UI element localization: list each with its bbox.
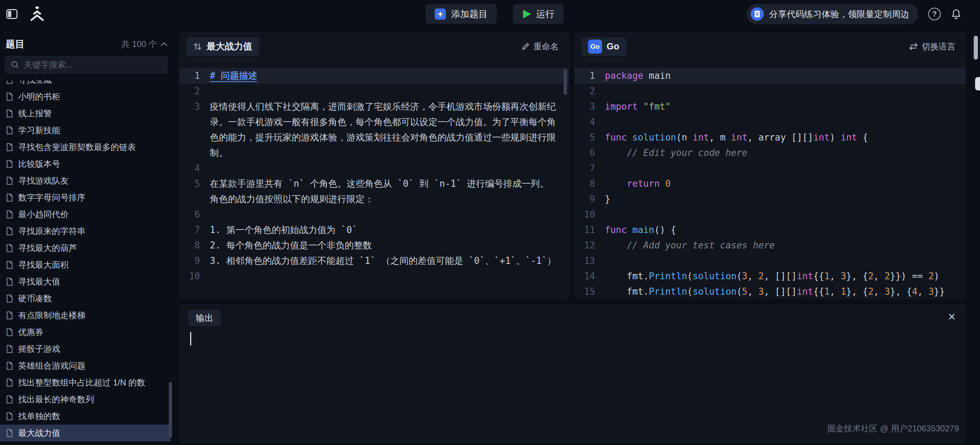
- sidebar-title: 题目: [6, 38, 24, 51]
- line-number: 8: [180, 238, 210, 253]
- list-item[interactable]: 寻找游戏队友: [0, 172, 170, 189]
- list-item[interactable]: 英雄组合游戏问题: [0, 357, 170, 374]
- document-icon: [6, 159, 13, 169]
- problem-line-text: 疫情使得人们线下社交隔离，进而刺激了宅娱乐经济，令手机游戏市场份额再次创新纪录。…: [210, 99, 568, 161]
- problem-line[interactable]: 71. 第一个角色的初始战力值为 `0`: [180, 222, 568, 238]
- text-caret: [190, 332, 191, 346]
- code-line[interactable]: 9}: [575, 191, 965, 207]
- search-box[interactable]: [5, 56, 167, 73]
- list-item[interactable]: 寻找最大面积: [0, 257, 170, 273]
- list-item-label: 学习新技能: [18, 125, 60, 136]
- rename-button[interactable]: 重命名: [521, 41, 558, 52]
- output-tab[interactable]: 输出: [188, 310, 221, 326]
- problem-title-chip: 最大战力值: [186, 37, 259, 56]
- list-item[interactable]: 有点限制地走楼梯: [0, 307, 170, 324]
- code-line[interactable]: 15 fmt.Println(solution(5, 3, [][]int{{1…: [575, 284, 965, 298]
- add-problem-button[interactable]: + 添加题目: [426, 4, 496, 24]
- list-item[interactable]: 数字字母问号排序: [0, 189, 170, 206]
- topbar-right: 分享代码练习体验，领限量定制周边 ?: [746, 0, 962, 28]
- list-item[interactable]: 学习新技能: [0, 122, 170, 139]
- list-item[interactable]: 找出整型数组中占比超过 1/N 的数: [0, 374, 170, 391]
- code-line[interactable]: 8 return 0: [575, 176, 965, 191]
- document-icon: [6, 345, 13, 354]
- code-line[interactable]: 10: [575, 207, 965, 222]
- code-panel: Go Go 切换语言 1package main23import "fmt"45…: [574, 33, 966, 299]
- sidebar-toggle-icon[interactable]: [6, 9, 18, 19]
- list-item[interactable]: 寻找最大值: [0, 273, 170, 290]
- run-button[interactable]: 运行: [513, 4, 563, 24]
- document-icon: [6, 210, 13, 219]
- code-line[interactable]: 4: [575, 114, 965, 130]
- list-item[interactable]: 小明的书柜: [0, 88, 170, 105]
- problem-line[interactable]: 2: [180, 83, 568, 99]
- problem-line[interactable]: 82. 每个角色的战力值是一个非负的整数: [180, 238, 568, 253]
- list-item[interactable]: 找出最长的神奇数列: [0, 391, 170, 408]
- language-chip[interactable]: Go Go: [581, 37, 626, 56]
- document-icon: [6, 126, 13, 135]
- problem-scrollbar[interactable]: [563, 69, 567, 95]
- problem-line[interactable]: 3疫情使得人们线下社交隔离，进而刺激了宅娱乐经济，令手机游戏市场份额再次创新纪录…: [180, 99, 568, 161]
- share-banner[interactable]: 分享代码练习体验，领限量定制周边: [746, 4, 918, 24]
- list-item[interactable]: 比较版本号: [0, 156, 170, 172]
- line-number: 11: [575, 222, 605, 238]
- list-item[interactable]: 连续自然数之和: [0, 442, 170, 445]
- list-item[interactable]: 寻找原来的字符串: [0, 223, 170, 240]
- topbar-left: [6, 0, 47, 28]
- problem-line[interactable]: 6: [180, 207, 568, 222]
- code-line[interactable]: 13: [575, 253, 965, 268]
- list-item[interactable]: 硬币凑数: [0, 290, 170, 307]
- code-line[interactable]: 2: [575, 83, 965, 99]
- output-panel: 输出 × 掘金技术社区 @ 用户21063530279: [179, 305, 966, 443]
- code-line[interactable]: 7: [575, 161, 965, 176]
- list-item[interactable]: 最小趋同代价: [0, 206, 170, 223]
- list-item[interactable]: 寻找最大的葫芦: [0, 240, 170, 257]
- list-item[interactable]: 优惠券: [0, 324, 170, 341]
- problem-line-text: # 问题描述: [210, 68, 568, 83]
- problem-line-text: [210, 161, 568, 176]
- line-number: 8: [575, 176, 605, 191]
- juejin-logo-icon[interactable]: [27, 6, 47, 22]
- plus-glyph: +: [438, 10, 443, 19]
- code-line[interactable]: 5func solution(n int, m int, array [][]i…: [575, 130, 965, 145]
- help-icon[interactable]: ?: [928, 8, 941, 20]
- problem-line-text: 1. 第一个角色的初始战力值为 `0`: [210, 222, 568, 238]
- page-scrollbar[interactable]: [974, 36, 978, 59]
- list-item[interactable]: 线上报警: [0, 105, 170, 122]
- problem-editor[interactable]: 1# 问题描述23疫情使得人们线下社交隔离，进而刺激了宅娱乐经济，令手机游戏市场…: [180, 60, 568, 298]
- chevron-up-icon[interactable]: [161, 42, 167, 46]
- code-line[interactable]: 12 // Add your test cases here: [575, 238, 965, 253]
- line-number: 3: [575, 99, 605, 114]
- problem-line[interactable]: 10: [180, 268, 568, 284]
- line-number: 12: [575, 238, 605, 253]
- code-line[interactable]: 6 // Edit your code here: [575, 145, 965, 161]
- problem-line[interactable]: 5在某款手游里共有 `n` 个角色。这些角色从 `0` 到 `n-1` 进行编号…: [180, 176, 568, 207]
- list-item[interactable]: 寻找宝藏: [0, 81, 170, 88]
- edge-partial-chip[interactable]: [975, 77, 980, 90]
- code-editor[interactable]: 1package main23import "fmt"45func soluti…: [575, 60, 965, 298]
- document-icon: [6, 176, 13, 185]
- sidebar-scrollbar[interactable]: [169, 382, 172, 438]
- close-icon[interactable]: ×: [948, 311, 956, 323]
- problem-line[interactable]: 93. 相邻角色的战力值差距不能超过 `1` （之间的差值可能是 `0`、`+1…: [180, 253, 568, 268]
- list-item-label: 寻找游戏队友: [18, 175, 68, 187]
- output-body[interactable]: [180, 326, 965, 347]
- line-number: 4: [180, 161, 210, 176]
- list-item[interactable]: 寻找包含斐波那契数最多的链表: [0, 139, 170, 156]
- problem-title: 最大战力值: [207, 40, 252, 53]
- list-item[interactable]: 最大战力值: [0, 425, 170, 442]
- code-line[interactable]: 14 fmt.Println(solution(3, 2, [][]int{{1…: [575, 268, 965, 284]
- code-line[interactable]: 11func main() {: [575, 222, 965, 238]
- list-item[interactable]: 摇骰子游戏: [0, 341, 170, 357]
- code-line-text: [605, 207, 965, 222]
- code-line[interactable]: 3import "fmt": [575, 99, 965, 114]
- line-number: 6: [180, 207, 210, 222]
- code-line[interactable]: 1package main: [575, 68, 965, 83]
- document-icon: [6, 311, 13, 320]
- switch-language-button[interactable]: 切换语言: [909, 41, 956, 52]
- list-item-label: 寻找最大的葫芦: [18, 242, 77, 254]
- problem-line[interactable]: 4: [180, 161, 568, 176]
- search-input[interactable]: [24, 60, 161, 70]
- list-item[interactable]: 找单独的数: [0, 408, 170, 425]
- problem-line[interactable]: 1# 问题描述: [180, 68, 568, 83]
- bell-icon[interactable]: [951, 8, 962, 20]
